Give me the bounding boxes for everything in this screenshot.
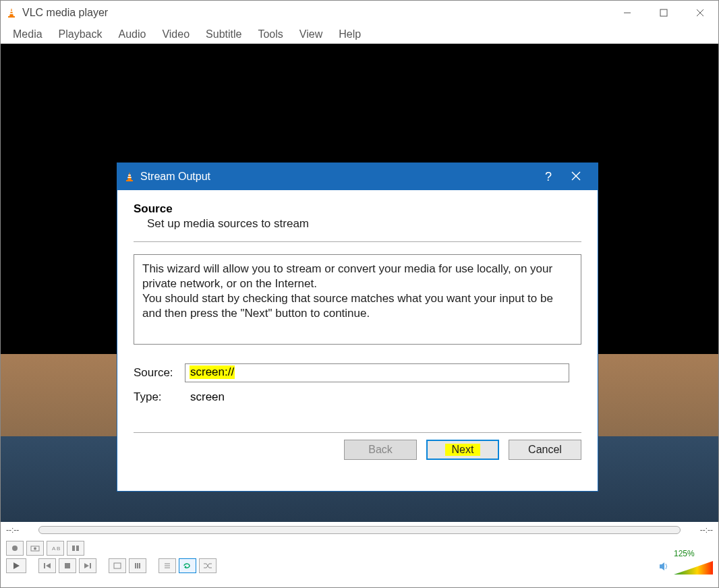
app-window: VLC media player Media Playback Audio Vi… <box>0 0 719 588</box>
svg-rect-3 <box>9 13 13 15</box>
playback-buttons-row <box>6 558 713 573</box>
dialog-fields: Source: screen:// Type: screen <box>134 363 581 412</box>
svg-rect-28 <box>137 563 138 568</box>
divider <box>134 241 581 242</box>
svg-rect-9 <box>126 180 133 181</box>
volume-wrapper: 125% <box>674 549 713 575</box>
extended-settings-button[interactable] <box>129 558 146 573</box>
dialog-heading: Source <box>134 202 581 216</box>
svg-rect-5 <box>660 9 667 16</box>
svg-point-14 <box>12 546 18 551</box>
playlist-button[interactable] <box>159 558 176 573</box>
speaker-icon[interactable] <box>659 562 670 573</box>
type-label: Type: <box>134 390 185 404</box>
menu-help[interactable]: Help <box>330 27 369 42</box>
volume-slider[interactable] <box>674 561 713 575</box>
svg-rect-26 <box>114 563 121 568</box>
back-button[interactable]: Back <box>344 440 417 460</box>
record-button[interactable] <box>6 541 24 556</box>
time-elapsed: --:-- <box>6 525 33 535</box>
menu-video[interactable]: Video <box>154 27 198 42</box>
play-button[interactable] <box>6 558 26 573</box>
menu-audio[interactable]: Audio <box>111 27 154 42</box>
loop-button[interactable] <box>179 558 196 573</box>
menu-view[interactable]: View <box>291 27 330 42</box>
menu-playback[interactable]: Playback <box>51 27 111 42</box>
maximize-button[interactable] <box>645 1 682 25</box>
svg-marker-0 <box>9 8 13 16</box>
snapshot-button[interactable] <box>26 541 44 556</box>
titlebar: VLC media player <box>1 1 718 25</box>
dialog-subheading: Set up media sources to stream <box>147 217 581 231</box>
frame-step-button[interactable] <box>67 541 84 556</box>
next-button-player[interactable] <box>79 558 96 573</box>
svg-rect-2 <box>10 11 13 12</box>
atob-loop-button[interactable]: A B <box>47 541 64 556</box>
menubar: Media Playback Audio Video Subtitle Tool… <box>1 25 718 44</box>
svg-marker-8 <box>127 172 132 180</box>
video-area: superpctricks.com Stream Output ? Source… <box>1 44 718 522</box>
divider <box>134 432 581 433</box>
player-controls: --:-- --:-- A B <box>1 522 718 579</box>
dialog-title: Stream Output <box>140 171 536 183</box>
svg-marker-20 <box>13 562 20 569</box>
svg-rect-27 <box>135 563 136 568</box>
close-button[interactable] <box>682 1 718 25</box>
fullscreen-button[interactable] <box>109 558 126 573</box>
vlc-cone-icon <box>124 171 135 182</box>
source-input[interactable]: screen:// <box>185 363 569 382</box>
menu-subtitle[interactable]: Subtitle <box>198 27 250 42</box>
window-controls <box>609 1 718 25</box>
menu-media[interactable]: Media <box>5 27 51 42</box>
wizard-text-2: You should start by checking that source… <box>142 292 553 320</box>
extra-buttons-row: A B <box>6 541 713 556</box>
previous-button[interactable] <box>38 558 56 573</box>
svg-rect-10 <box>128 175 131 176</box>
volume-percent: 125% <box>674 549 713 558</box>
stream-output-dialog: Stream Output ? Source Set up media sour… <box>117 163 598 492</box>
source-label: Source: <box>134 366 185 380</box>
svg-marker-22 <box>46 563 51 568</box>
svg-text:A B: A B <box>52 546 60 552</box>
next-button[interactable]: Next <box>426 440 499 460</box>
dialog-buttons: Back Next Cancel <box>134 440 581 463</box>
dialog-close-button[interactable] <box>561 170 591 184</box>
dialog-titlebar: Stream Output ? <box>117 163 598 190</box>
svg-point-16 <box>34 548 36 550</box>
shuffle-button[interactable] <box>199 558 217 573</box>
svg-rect-11 <box>127 177 132 179</box>
vlc-cone-icon <box>6 7 17 18</box>
svg-marker-34 <box>660 562 664 570</box>
seek-slider[interactable] <box>38 526 681 534</box>
svg-rect-23 <box>65 563 70 568</box>
dialog-help-button[interactable]: ? <box>536 170 561 184</box>
menu-tools[interactable]: Tools <box>250 27 291 42</box>
svg-marker-35 <box>674 561 713 575</box>
wizard-text-1: This wizard will allow you to stream or … <box>142 262 552 290</box>
wizard-description: This wizard will allow you to stream or … <box>134 254 581 345</box>
seek-row: --:-- --:-- <box>1 522 718 538</box>
svg-rect-21 <box>44 563 45 568</box>
svg-rect-19 <box>76 546 79 551</box>
type-value: screen <box>190 390 225 404</box>
window-title: VLC media player <box>22 7 609 19</box>
svg-rect-25 <box>90 563 91 568</box>
svg-marker-24 <box>84 563 89 568</box>
dialog-body: Source Set up media sources to stream Th… <box>117 190 598 491</box>
svg-rect-29 <box>139 563 140 568</box>
svg-rect-1 <box>8 16 15 18</box>
stop-button[interactable] <box>59 558 76 573</box>
minimize-button[interactable] <box>609 1 645 25</box>
time-total: --:-- <box>686 525 713 535</box>
source-value: screen:// <box>190 365 235 379</box>
svg-marker-33 <box>184 566 186 568</box>
volume-area: 125% <box>659 549 713 575</box>
svg-rect-18 <box>72 546 75 551</box>
cancel-button[interactable]: Cancel <box>509 440 581 460</box>
